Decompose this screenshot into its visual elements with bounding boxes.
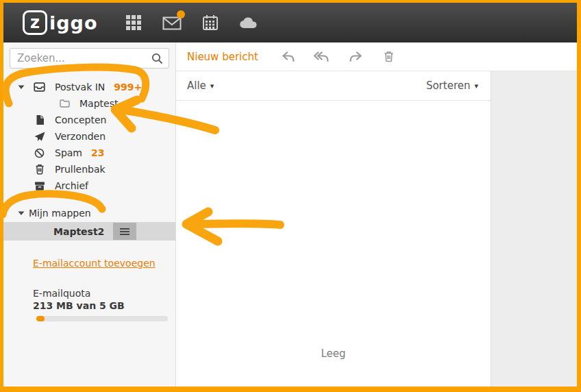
archive-icon (34, 181, 45, 191)
mail-icon[interactable] (162, 12, 182, 33)
inbox-icon (34, 82, 45, 92)
section-label: Mijn mappen (29, 208, 91, 219)
empty-list-text: Leeg (176, 347, 491, 360)
sort-label: Sorteren (426, 79, 471, 92)
folder-label: Concepten (55, 114, 106, 125)
message-list[interactable]: Leeg (176, 101, 491, 387)
search-input[interactable] (16, 51, 151, 65)
folder-list: Postvak IN 999+ Maptest (3, 79, 175, 241)
sidebar-item-mijn-mappen[interactable]: Mijn mappen (3, 205, 175, 221)
reply-icon[interactable] (280, 50, 297, 64)
add-email-account-link[interactable]: E-mailaccount toevoegen (33, 258, 156, 269)
reading-pane (491, 71, 577, 387)
folder-label: Maptest (79, 98, 118, 109)
delete-icon[interactable] (381, 50, 397, 64)
calendar-glyph-icon (202, 14, 219, 31)
cloud-icon[interactable] (238, 12, 259, 33)
new-message-button[interactable]: Nieuw bericht (187, 51, 258, 63)
ziggo-logo[interactable]: z iggo (23, 10, 97, 35)
filter-label: Alle (187, 79, 206, 92)
filter-dropdown[interactable]: Alle ▾ (187, 79, 214, 92)
chevron-down-icon[interactable] (18, 84, 26, 90)
quota-progress-bar (36, 316, 168, 321)
trash-icon (34, 164, 45, 175)
folder-label: Maptest2 (53, 226, 104, 237)
topbar: z iggo (3, 3, 577, 42)
chevron-down-icon: ▾ (474, 82, 478, 90)
sidebar-item-verzonden[interactable]: Verzonden (3, 128, 175, 145)
grid-icon (125, 14, 142, 31)
quota-usage-text: 213 MB van 5 GB (33, 300, 175, 311)
unread-badge: 999+ (114, 82, 142, 93)
unread-badge: 23 (91, 147, 104, 158)
sort-dropdown[interactable]: Sorteren ▾ (426, 79, 478, 92)
paper-plane-icon (34, 132, 45, 142)
sidebar-item-postvak-in[interactable]: Postvak IN 999+ (3, 79, 175, 95)
sidebar-item-maptest[interactable]: Maptest (3, 95, 175, 112)
sidebar: Postvak IN 999+ Maptest (3, 42, 176, 387)
block-icon (34, 148, 45, 158)
calendar-icon[interactable] (200, 12, 221, 33)
cloud-glyph-icon (239, 16, 258, 29)
logo-z-box: z (23, 10, 47, 35)
quota-bar-fill (36, 316, 45, 321)
folder-icon (58, 99, 70, 108)
quota-label: E-mailquota (33, 288, 175, 299)
folder-label: Spam (55, 147, 82, 158)
document-icon (34, 114, 45, 125)
folder-label: Archief (55, 180, 88, 191)
email-quota: E-mailquota 213 MB van 5 GB (33, 288, 175, 321)
reply-all-icon[interactable] (314, 50, 330, 64)
forward-icon[interactable] (347, 50, 364, 64)
sidebar-item-maptest2-selected[interactable]: Maptest2 (3, 222, 175, 241)
folder-label: Verzonden (55, 131, 106, 142)
logo-text: iggo (49, 12, 97, 34)
sidebar-item-concepten[interactable]: Concepten (3, 112, 175, 128)
main-area: Nieuw bericht (176, 42, 577, 387)
folder-label: Prullenbak (55, 164, 106, 175)
chevron-down-icon: ▾ (210, 82, 214, 90)
message-toolbar: Nieuw bericht (176, 42, 577, 71)
search-box[interactable] (10, 48, 169, 69)
webmail-app: z iggo (3, 3, 577, 387)
folder-label: Postvak IN (55, 82, 105, 93)
sidebar-item-spam[interactable]: Spam 23 (3, 145, 175, 161)
unread-notification-dot (177, 10, 185, 19)
sidebar-item-archief[interactable]: Archief (3, 177, 175, 194)
list-header: Alle ▾ Sorteren ▾ (176, 71, 491, 101)
folder-menu-button[interactable] (113, 223, 136, 240)
search-icon[interactable] (151, 53, 163, 64)
hamburger-icon (119, 228, 130, 236)
sidebar-item-prullenbak[interactable]: Prullenbak (3, 161, 175, 177)
message-list-column: Alle ▾ Sorteren ▾ Leeg (176, 71, 491, 387)
chevron-down-icon[interactable] (18, 210, 26, 216)
apps-grid-icon[interactable] (123, 12, 144, 33)
